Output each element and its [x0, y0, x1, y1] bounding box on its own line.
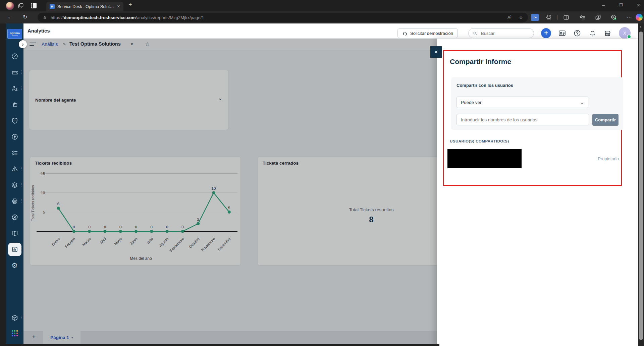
chevron-right-icon: ›: [22, 42, 24, 47]
url-protocol: https://: [51, 15, 64, 20]
contact-card-icon[interactable]: [557, 28, 567, 38]
plus-icon: +: [544, 30, 548, 36]
window-frame-bottom: [0, 344, 439, 346]
kebab-menu-icon[interactable]: ⋮: [19, 86, 22, 90]
share-users-input[interactable]: [457, 114, 589, 125]
marketplace-icon[interactable]: [602, 28, 612, 38]
tab-close-icon[interactable]: ✕: [117, 4, 120, 9]
lock-icon: [42, 15, 47, 20]
back-button[interactable]: ←: [7, 14, 13, 20]
sidebar-item-tasks[interactable]: [6, 146, 23, 160]
notifications-bell-icon[interactable]: [587, 28, 597, 38]
kebab-menu-icon[interactable]: ⋮: [19, 70, 22, 74]
workspaces-icon[interactable]: [17, 2, 24, 10]
modal-dim-overlay: [23, 39, 437, 344]
extensions-icon[interactable]: [545, 14, 552, 22]
browser-tab-active[interactable]: Service Desk : Optima Solutions ✕: [46, 2, 123, 11]
split-screen-icon[interactable]: [563, 14, 570, 22]
tab-favicon: [50, 4, 55, 9]
close-icon: ✕: [434, 49, 438, 55]
permission-select-value: Puede ver: [461, 100, 580, 105]
sidebar-item-solutions[interactable]: [6, 226, 23, 241]
app-header: [23, 23, 644, 39]
optima-logo[interactable]: optima: [7, 29, 22, 39]
sidebar-item-settings[interactable]: ⚙: [6, 258, 23, 273]
url-bar[interactable]: https://demooptimatech.freshservice.com/…: [38, 13, 528, 22]
share-section-label: Compartir con los usuarios: [457, 83, 513, 88]
share-panel-title: Compartir informe: [450, 58, 511, 66]
tab-preview-icon[interactable]: [31, 3, 37, 8]
browser-menu-icon[interactable]: …: [627, 13, 632, 19]
sidebar-item-dashboard[interactable]: [6, 49, 23, 64]
toolbar-divider: |: [557, 14, 558, 20]
search-box[interactable]: [468, 28, 534, 38]
tab-preview-pane: [32, 3, 33, 8]
new-tab-button[interactable]: +: [128, 1, 132, 8]
request-demo-label: Solicitar demostración: [410, 31, 453, 36]
sidebar-item-automation[interactable]: [6, 129, 23, 144]
collections-icon[interactable]: [595, 14, 601, 22]
window-minimize-button[interactable]: –: [602, 2, 605, 8]
scrollbar-up-arrow-icon[interactable]: ▲: [639, 25, 642, 28]
quick-create-button[interactable]: +: [541, 28, 551, 38]
optima-logo-text: optima: [10, 32, 20, 35]
kebab-menu-icon[interactable]: ⋮: [19, 183, 22, 186]
apps-grid-icon[interactable]: [6, 326, 23, 341]
search-input[interactable]: [480, 31, 525, 36]
read-aloud-icon[interactable]: A): [507, 15, 512, 20]
owner-badge: Propietario: [579, 156, 619, 161]
help-icon[interactable]: [572, 28, 582, 38]
url-domain: demooptimatech.freshservice.com: [64, 15, 136, 20]
window-restore-button[interactable]: ❐: [619, 3, 623, 7]
screen: Service Desk : Optima Solutions ✕ + – ❐ …: [0, 0, 644, 346]
kebab-menu-icon[interactable]: ⋮: [19, 247, 22, 251]
share-button[interactable]: Compartir: [592, 114, 619, 126]
url-path: /analytics/reports/Mzg2Mjkx/page/1: [136, 15, 204, 20]
permission-select[interactable]: Puede ver ⌄: [457, 97, 588, 108]
search-icon: [473, 31, 478, 36]
browser-essentials-icon[interactable]: [610, 14, 617, 22]
kebab-menu-icon[interactable]: ⋮: [19, 167, 22, 170]
share-panel-close-button[interactable]: ✕: [430, 46, 442, 58]
favorites-bar-icon[interactable]: [579, 14, 586, 22]
sidebar-expand-button[interactable]: ›: [19, 40, 27, 48]
kebab-menu-icon[interactable]: ⋮: [19, 199, 22, 203]
shared-users-label: USUARIO(S) COMPARTIDO(S): [450, 139, 509, 143]
sidebar-item-changes[interactable]: [6, 113, 23, 128]
password-manager-icon[interactable]: [531, 14, 539, 21]
window-frame-left: [0, 23, 6, 344]
shared-user-redacted: [447, 149, 522, 168]
sidebar-item-cmdb[interactable]: [6, 210, 23, 225]
optima-logo-underline: [12, 36, 18, 36]
tab-title: Service Desk : Optima Solutions: [57, 4, 114, 9]
sidebar-item-problems[interactable]: [6, 97, 23, 112]
page-scrollbar[interactable]: ▲: [638, 23, 644, 346]
copilot-icon[interactable]: [636, 14, 643, 21]
kebab-menu-icon[interactable]: ⋮: [19, 316, 22, 319]
window-close-button[interactable]: ✕: [637, 3, 640, 8]
scrollbar-thumb[interactable]: [639, 32, 643, 340]
browser-profile-avatar[interactable]: [6, 2, 14, 10]
refresh-button[interactable]: ↻: [23, 14, 27, 20]
favorite-star-icon[interactable]: ☆: [519, 14, 523, 20]
select-chevron-icon: ⌄: [580, 100, 584, 105]
request-demo-button[interactable]: Solicitar demostración: [397, 28, 458, 38]
headset-icon: [402, 31, 408, 36]
page-title: Analytics: [28, 28, 50, 34]
avatar-initial: X: [623, 31, 626, 36]
